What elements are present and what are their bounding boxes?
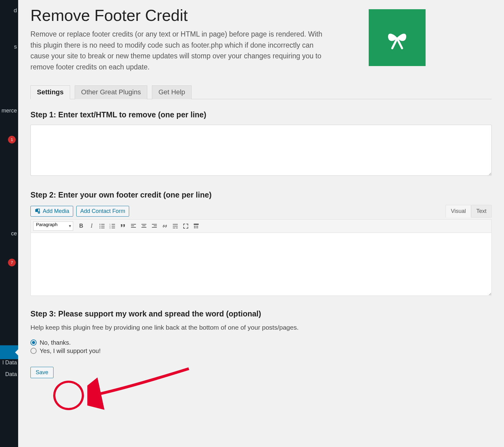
svg-point-2 — [99, 225, 100, 226]
svg-rect-5 — [101, 226, 105, 226]
align-center-icon[interactable] — [139, 221, 149, 231]
svg-rect-15 — [131, 227, 136, 228]
media-icon — [34, 208, 41, 214]
sidebar-item[interactable]: d — [0, 3, 18, 18]
editor-tab-text[interactable]: Text — [471, 205, 492, 218]
sidebar-item[interactable]: Data — [0, 368, 18, 380]
tab-get-help[interactable]: Get Help — [152, 85, 192, 99]
svg-rect-25 — [173, 228, 175, 228]
annotation-arrow — [87, 367, 195, 410]
notification-badge: 1 — [8, 136, 16, 143]
svg-rect-33 — [197, 227, 198, 228]
svg-point-1 — [99, 224, 100, 225]
sidebar-active-indicator — [0, 345, 18, 359]
fullscreen-icon[interactable] — [181, 221, 191, 231]
remove-text-input[interactable] — [30, 125, 492, 176]
support-no-radio[interactable] — [30, 339, 37, 346]
step3-description: Help keep this plugin free by providing … — [30, 324, 492, 331]
svg-rect-27 — [194, 224, 199, 225]
sidebar-item[interactable]: merce — [0, 103, 18, 118]
tab-settings[interactable]: Settings — [30, 85, 70, 99]
number-list-icon[interactable]: 123 — [108, 221, 117, 231]
svg-rect-24 — [173, 226, 178, 226]
sidebar-item[interactable]: s — [0, 39, 18, 54]
step3-heading: Step 3: Please support my work and sprea… — [30, 309, 492, 318]
svg-rect-30 — [197, 226, 198, 227]
svg-rect-4 — [101, 224, 105, 225]
svg-rect-29 — [196, 226, 196, 227]
svg-rect-26 — [176, 228, 178, 228]
paragraph-select[interactable]: Paragraph — [33, 222, 73, 231]
svg-rect-16 — [141, 224, 146, 225]
save-button[interactable]: Save — [30, 367, 54, 378]
add-contact-form-button[interactable]: Add Contact Form — [76, 206, 129, 217]
link-icon[interactable] — [160, 221, 170, 231]
italic-icon[interactable]: I — [87, 221, 97, 231]
svg-rect-6 — [101, 228, 105, 228]
toolbar-toggle-icon[interactable] — [191, 221, 201, 231]
align-left-icon[interactable] — [129, 221, 138, 231]
svg-rect-11 — [112, 226, 115, 226]
svg-rect-22 — [173, 224, 178, 225]
svg-rect-28 — [194, 226, 195, 227]
page-title: Remove Footer Credit — [30, 6, 356, 25]
svg-rect-20 — [154, 225, 157, 226]
svg-rect-10 — [112, 224, 115, 225]
settings-tabs: Settings Other Great Plugins Get Help — [30, 85, 492, 99]
sidebar-item[interactable]: ce — [0, 226, 18, 241]
svg-rect-13 — [131, 224, 136, 225]
footer-credit-editor[interactable] — [30, 233, 492, 296]
blockquote-icon[interactable] — [118, 221, 128, 231]
svg-rect-32 — [196, 227, 196, 228]
sidebar-item[interactable]: 7 — [0, 254, 18, 269]
svg-rect-19 — [152, 224, 157, 225]
bold-icon[interactable]: B — [76, 221, 86, 231]
notification-badge: 7 — [8, 259, 16, 266]
svg-rect-21 — [152, 227, 157, 228]
annotation-circle — [53, 381, 84, 410]
svg-point-3 — [99, 227, 100, 228]
support-yes-label: Yes, I will support you! — [40, 347, 101, 355]
svg-rect-12 — [112, 228, 115, 228]
plugin-logo — [369, 9, 426, 66]
tab-other-plugins[interactable]: Other Great Plugins — [75, 85, 147, 99]
support-no-label: No, thanks. — [40, 339, 71, 346]
step2-heading: Step 2: Enter your own footer credit (on… — [30, 190, 492, 199]
insert-more-icon[interactable] — [170, 221, 180, 231]
editor-toolbar: Paragraph B I 123 — [30, 219, 492, 233]
step1-heading: Step 1: Enter text/HTML to remove (one p… — [30, 110, 492, 119]
add-media-label: Add Media — [43, 208, 69, 214]
page-content: Remove Footer Credit Remove or replace f… — [18, 0, 504, 447]
sidebar-item[interactable]: 1 — [0, 131, 18, 146]
svg-text:3: 3 — [109, 227, 111, 229]
svg-rect-14 — [131, 225, 134, 226]
svg-rect-31 — [194, 227, 195, 228]
align-right-icon[interactable] — [149, 221, 159, 231]
page-intro: Remove or replace footer credits (or any… — [30, 29, 326, 73]
svg-rect-17 — [142, 225, 145, 226]
bow-icon — [384, 25, 410, 51]
editor-tab-visual[interactable]: Visual — [446, 205, 471, 218]
add-media-button[interactable]: Add Media — [30, 206, 73, 217]
svg-rect-18 — [141, 227, 146, 228]
add-contact-form-label: Add Contact Form — [80, 208, 125, 214]
bullet-list-icon[interactable] — [97, 221, 107, 231]
admin-sidebar: d s merce 1 ce 7 l Data Data — [0, 0, 18, 447]
support-yes-radio[interactable] — [30, 348, 37, 354]
